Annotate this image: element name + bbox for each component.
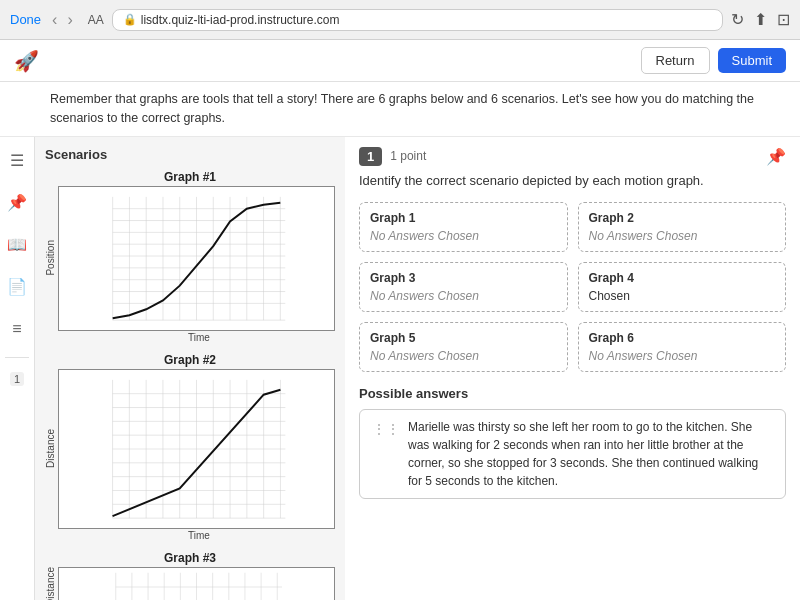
question-header: 1 1 point 📌 xyxy=(359,147,786,166)
possible-answers-label: Possible answers xyxy=(359,386,786,401)
answer-cell-graph6-label: Graph 6 xyxy=(589,331,776,345)
graph-2-y-label: Distance xyxy=(45,429,56,468)
right-panel-inner: 1 1 point 📌 Identify the correct scenari… xyxy=(345,137,800,517)
answer-cell-graph5-value: No Answers Chosen xyxy=(370,349,557,363)
question-number: 1 xyxy=(359,147,382,166)
left-panel: Scenarios Graph #1 Position xyxy=(35,137,345,601)
answer-option-1[interactable]: ⋮⋮ Marielle was thirsty so she left her … xyxy=(359,409,786,499)
action-buttons: Return Submit xyxy=(641,47,787,74)
answer-cell-graph3-value: No Answers Chosen xyxy=(370,289,557,303)
answer-cell-graph3-label: Graph 3 xyxy=(370,271,557,285)
instruction-text: Remember that graphs are tools that tell… xyxy=(50,92,754,125)
graph-3-svg xyxy=(58,567,335,601)
url-text: lisdtx.quiz-lti-iad-prod.instructure.com xyxy=(141,13,340,27)
refresh-icon[interactable]: ↻ xyxy=(731,10,744,29)
submit-button[interactable]: Submit xyxy=(718,48,786,73)
graph-2-title: Graph #2 xyxy=(45,353,335,367)
sidebar: ☰ 📌 📖 📄 ≡ 1 xyxy=(0,137,35,601)
graph-2-x-label: Time xyxy=(63,530,335,541)
question-points: 1 point xyxy=(390,149,426,163)
back-button[interactable]: ‹ xyxy=(49,11,60,29)
graph-3-wrapper: Distance xyxy=(45,567,335,601)
text-size-button[interactable]: AA xyxy=(88,13,104,27)
answer-cell-graph4[interactable]: Graph 4 Chosen xyxy=(578,262,787,312)
sidebar-menu-icon[interactable]: ☰ xyxy=(3,147,31,175)
sidebar-pin-icon[interactable]: 📌 xyxy=(3,189,31,217)
answer-cell-graph6-value: No Answers Chosen xyxy=(589,349,776,363)
graph-1-x-label: Time xyxy=(63,332,335,343)
return-button[interactable]: Return xyxy=(641,47,710,74)
sidebar-lines-icon[interactable]: ≡ xyxy=(3,315,31,343)
answer-cell-graph2[interactable]: Graph 2 No Answers Chosen xyxy=(578,202,787,252)
nav-buttons: ‹ › xyxy=(49,11,76,29)
graph-1-container: Graph #1 Position xyxy=(45,170,335,343)
lock-icon: 🔒 xyxy=(123,13,137,26)
sidebar-file-icon[interactable]: 📄 xyxy=(3,273,31,301)
graph-1-wrapper: Position xyxy=(45,186,335,331)
instruction-banner: Remember that graphs are tools that tell… xyxy=(0,82,800,137)
browser-bar: Done ‹ › AA 🔒 lisdtx.quiz-lti-iad-prod.i… xyxy=(0,0,800,40)
browser-action-buttons: ↻ ⬆ ⊡ xyxy=(731,10,790,29)
answer-cell-graph5[interactable]: Graph 5 No Answers Chosen xyxy=(359,322,568,372)
sidebar-divider xyxy=(5,357,29,358)
answer-grid: Graph 1 No Answers Chosen Graph 2 No Ans… xyxy=(359,202,786,372)
answer-cell-graph1-value: No Answers Chosen xyxy=(370,229,557,243)
answer-cell-graph3[interactable]: Graph 3 No Answers Chosen xyxy=(359,262,568,312)
share-icon[interactable]: ⬆ xyxy=(754,10,767,29)
graph-2-wrapper: Distance xyxy=(45,369,335,529)
graph-1-svg xyxy=(58,186,335,331)
right-panel: 1 1 point 📌 Identify the correct scenari… xyxy=(345,137,800,601)
url-bar[interactable]: 🔒 lisdtx.quiz-lti-iad-prod.instructure.c… xyxy=(112,9,723,31)
action-bar: 🚀 Return Submit xyxy=(0,40,800,82)
graph-1-y-label: Position xyxy=(45,240,56,276)
graph-2-svg xyxy=(58,369,335,529)
question-text: Identify the correct scenario depicted b… xyxy=(359,172,786,190)
graph-1-title: Graph #1 xyxy=(45,170,335,184)
pin-icon[interactable]: 📌 xyxy=(766,147,786,166)
answer-cell-graph1[interactable]: Graph 1 No Answers Chosen xyxy=(359,202,568,252)
graph-3-container: Graph #3 Distance xyxy=(45,551,335,601)
answer-cell-graph2-label: Graph 2 xyxy=(589,211,776,225)
question-header-left: 1 1 point xyxy=(359,147,426,166)
page-split: ☰ 📌 📖 📄 ≡ 1 Scenarios Graph #1 Position xyxy=(0,137,800,601)
answer-cell-graph2-value: No Answers Chosen xyxy=(589,229,776,243)
graph-3-title: Graph #3 xyxy=(45,551,335,565)
more-icon[interactable]: ⊡ xyxy=(777,10,790,29)
answer-cell-graph5-label: Graph 5 xyxy=(370,331,557,345)
answer-cell-graph4-value: Chosen xyxy=(589,289,776,303)
page-body: Remember that graphs are tools that tell… xyxy=(0,82,800,600)
rocket-icon: 🚀 xyxy=(14,49,39,73)
answer-cell-graph1-label: Graph 1 xyxy=(370,211,557,225)
done-button[interactable]: Done xyxy=(10,12,41,27)
answer-option-1-text: Marielle was thirsty so she left her roo… xyxy=(408,418,773,490)
graph-2-container: Graph #2 Distance xyxy=(45,353,335,541)
sidebar-book-icon[interactable]: 📖 xyxy=(3,231,31,259)
graph-3-y-label: Distance xyxy=(45,567,56,600)
scenarios-label: Scenarios xyxy=(45,147,335,162)
drag-handle-icon: ⋮⋮ xyxy=(372,419,400,440)
answer-cell-graph4-label: Graph 4 xyxy=(589,271,776,285)
answer-cell-graph6[interactable]: Graph 6 No Answers Chosen xyxy=(578,322,787,372)
forward-button[interactable]: › xyxy=(64,11,75,29)
sidebar-page-number: 1 xyxy=(10,372,24,386)
